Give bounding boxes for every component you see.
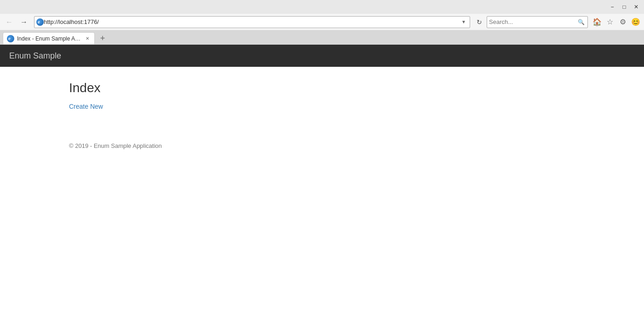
active-tab[interactable]: Index - Enum Sample Appli... ✕: [3, 32, 95, 44]
forward-button[interactable]: →: [17, 16, 30, 29]
settings-button[interactable]: ⚙: [617, 17, 628, 28]
page-title: Index: [69, 81, 575, 95]
close-button[interactable]: ✕: [632, 3, 640, 11]
site-favicon: [36, 18, 44, 26]
app-navbar: Enum Sample: [0, 45, 644, 67]
refresh-button[interactable]: ↻: [474, 17, 485, 28]
nav-right-icons: 🏠 ☆ ⚙ 😊: [592, 17, 641, 28]
search-bar: 🔍: [487, 16, 588, 28]
nav-bar: ← → ▼ ↻ 🔍 🏠 ☆ ⚙ 😊: [0, 14, 644, 30]
app-brand: Enum Sample: [9, 51, 61, 61]
page-footer: © 2019 - Enum Sample Application: [0, 124, 644, 158]
minimize-button[interactable]: −: [608, 3, 616, 11]
tab-title: Index - Enum Sample Appli...: [17, 35, 81, 42]
search-input[interactable]: [489, 18, 576, 25]
browser-chrome: − □ ✕ ← → ▼ ↻ 🔍 🏠 ☆ ⚙ 😊 Index - Enum Sam…: [0, 0, 644, 45]
home-button[interactable]: 🏠: [592, 17, 603, 28]
tab-favicon: [7, 35, 14, 42]
address-bar: ▼: [34, 16, 470, 28]
footer-text: © 2019 - Enum Sample Application: [69, 142, 162, 149]
tab-close-button[interactable]: ✕: [84, 35, 91, 42]
title-bar: − □ ✕: [0, 0, 644, 14]
page-content: Index Create New: [0, 67, 644, 124]
maximize-button[interactable]: □: [620, 3, 628, 11]
user-avatar[interactable]: 😊: [630, 17, 641, 28]
url-input[interactable]: [44, 18, 460, 25]
back-button[interactable]: ←: [3, 16, 16, 29]
address-dropdown-button[interactable]: ▼: [460, 18, 468, 26]
tab-bar: Index - Enum Sample Appli... ✕ +: [0, 30, 644, 44]
search-icon[interactable]: 🔍: [576, 18, 586, 27]
new-tab-button[interactable]: +: [97, 32, 109, 44]
favorites-button[interactable]: ☆: [604, 17, 615, 28]
create-new-link[interactable]: Create New: [69, 103, 103, 110]
